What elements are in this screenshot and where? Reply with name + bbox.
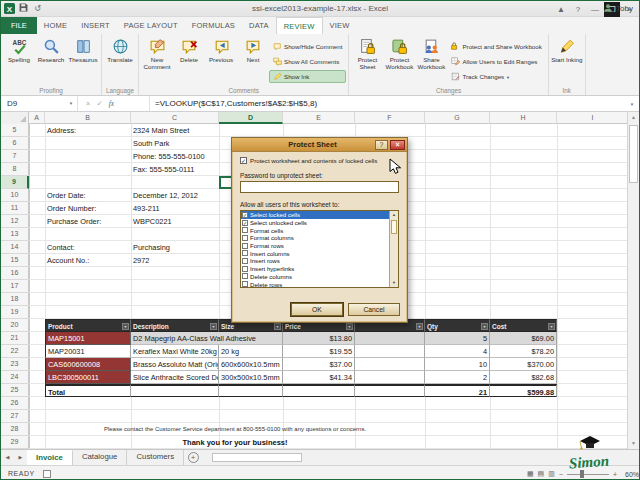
cell-E23[interactable]: $37.00 [283,358,355,371]
formula-input[interactable]: =VLOOKUP($C$17,Customers!$A$2:$H$5,8) [150,96,625,111]
column-header-B[interactable]: B [45,112,131,124]
row-header-16[interactable]: 16 [1,267,29,280]
filter-dropdown-icon[interactable]: ▼ [481,323,488,330]
filter-dropdown-icon[interactable]: ▼ [416,323,423,330]
cell-B22[interactable]: MAP20031 [45,345,131,358]
row-header-15[interactable]: 15 [1,254,29,267]
insert-function-button[interactable]: fx [109,99,114,108]
cell-B23[interactable]: CAS600600008 [45,358,131,371]
enter-formula-icon[interactable]: ✓ [96,99,102,108]
translate-button[interactable]: Translate [104,36,136,63]
allow-option-delete-columns[interactable]: Delete columns [241,273,389,281]
zoom-level[interactable]: 60% [621,471,639,478]
cell-F21[interactable] [355,332,425,345]
show-hide-comment-button[interactable]: Show/Hide Comment [269,40,346,53]
save-icon[interactable] [18,3,29,14]
row-header-22[interactable]: 22 [1,345,29,358]
protect-and-share-workbook-button[interactable]: Protect and Share Workbook [447,40,545,53]
row-header-28[interactable]: 28 [1,423,29,436]
next-button[interactable]: Next [237,36,269,63]
research-button[interactable]: Research [35,36,67,63]
cell-E24[interactable]: $41.34 [283,371,355,384]
cancel-button[interactable]: Cancel [348,303,400,316]
tab-home[interactable]: HOME [37,17,74,34]
dialog-close-button[interactable]: × [390,140,405,150]
expand-formula-bar-icon[interactable]: ▼ [625,96,639,111]
tab-page-layout[interactable]: PAGE LAYOUT [117,17,185,34]
option-checkbox[interactable] [242,266,248,272]
allow-option-insert-columns[interactable]: Insert columns [241,249,389,257]
option-checkbox[interactable] [242,235,248,241]
cell-C12[interactable]: WBPC0221 [131,215,219,228]
cell-H20[interactable]: Cost▼ [490,319,557,332]
option-checkbox[interactable] [242,258,248,264]
cell-H21[interactable]: $69.00 [490,332,557,345]
cell-D25[interactable] [219,384,283,397]
zoom-out-icon[interactable]: − [559,471,563,478]
zoom-in-icon[interactable]: + [613,471,617,478]
delete-button[interactable]: Delete [173,36,205,63]
new-sheet-button[interactable]: + [184,450,202,465]
cell-B24[interactable]: LBC300500011 [45,371,131,384]
vertical-scrollbar[interactable]: ▲ ▼ [627,112,639,449]
filter-dropdown-icon[interactable]: ▼ [274,323,281,330]
allow-option-format-cells[interactable]: Format cells [241,226,389,234]
row-header-8[interactable]: 8 [1,163,29,176]
cell-F24[interactable] [355,371,425,384]
sheet-tab-catalogue[interactable]: Catalogue [73,450,128,465]
cell-B21[interactable]: MAP15001 [45,332,131,345]
row-header-10[interactable]: 10 [1,189,29,202]
sheet-tab-customers[interactable]: Customers [127,450,184,465]
show-ink-button[interactable]: Show Ink [269,70,346,83]
cell-B25[interactable]: Total [45,384,131,397]
column-header-I[interactable]: I [557,112,629,124]
column-header-E[interactable]: E [283,112,355,124]
tab-insert[interactable]: INSERT [74,17,117,34]
row-header-19[interactable]: 19 [1,306,29,319]
scroll-up-icon[interactable]: ▲ [628,112,639,123]
row-header-26[interactable]: 26 [1,397,29,410]
cell-B14[interactable]: Contact: [45,241,131,254]
cell-C20[interactable]: Description▼ [131,319,219,332]
new-comment-button[interactable]: New Comment [141,36,173,70]
row-header-11[interactable]: 11 [1,202,29,215]
row-header-25[interactable]: 25 [1,384,29,397]
next-sheet-icon[interactable]: ▶ [14,450,27,465]
row-header-21[interactable]: 21 [1,332,29,345]
allow-option-select-unlocked-cells[interactable]: ✓Select unlocked cells [241,219,389,227]
column-header-F[interactable]: F [355,112,425,124]
row-header-13[interactable]: 13 [1,228,29,241]
option-checkbox[interactable] [242,273,248,279]
list-scrollbar[interactable]: ▲ ▼ [389,211,398,287]
cell-B5[interactable]: Address: [45,124,131,137]
cell-E25[interactable] [283,384,355,397]
cell-C10[interactable]: December 12, 2012 [131,189,219,202]
scroll-down-icon[interactable]: ▼ [628,438,639,449]
column-header-G[interactable]: G [425,112,490,124]
cell-B29[interactable]: Thank you for your business! [45,436,425,449]
cell-C5[interactable]: 2324 Main Street [131,124,219,137]
allow-option-format-columns[interactable]: Format columns [241,234,389,242]
cell-G21[interactable]: 5 [425,332,490,345]
cell-F23[interactable] [355,358,425,371]
cell-G24[interactable]: 2 [425,371,490,384]
share-workbook-button[interactable]: Share Workbook [415,36,447,70]
cell-C7[interactable]: Phone: 555-555-0100 [131,150,219,163]
name-box-dropdown-icon[interactable]: ▼ [65,96,78,111]
row-header-9[interactable]: 9 [1,176,29,189]
record-macro-icon[interactable] [43,470,51,478]
name-box[interactable]: D9 [1,96,65,111]
cell-C15[interactable]: 2972 [131,254,219,267]
filter-dropdown-icon[interactable]: ▼ [210,323,217,330]
minimize-button[interactable]: — [587,2,603,17]
cell-C8[interactable]: Fax: 555-555-0111 [131,163,219,176]
cell-G25[interactable]: 21 [425,384,490,397]
tab-view[interactable]: VIEW [323,17,357,34]
cell-H22[interactable]: $78.20 [490,345,557,358]
filter-dropdown-icon[interactable]: ▼ [346,323,353,330]
ok-button[interactable]: OK [291,303,343,316]
option-checkbox[interactable] [242,227,248,233]
cell-H24[interactable]: $82.68 [490,371,557,384]
option-checkbox[interactable] [242,281,248,287]
cell-B11[interactable]: Order Number: [45,202,131,215]
